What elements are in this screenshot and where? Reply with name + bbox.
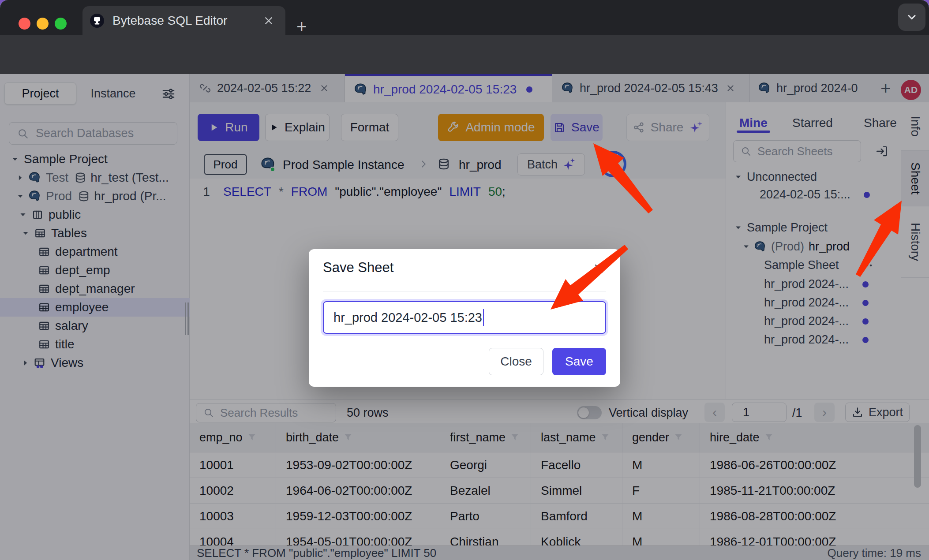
new-browser-tab-button[interactable]: +	[296, 17, 307, 37]
text-cursor	[483, 309, 484, 326]
tab-search-button[interactable]	[898, 4, 925, 31]
minimize-window-button[interactable]	[37, 18, 49, 30]
save-sheet-dialog: Save Sheet hr_prod 2024-02-05 15:23 Clos…	[309, 249, 620, 387]
browser-tab[interactable]: Bytebase SQL Editor	[82, 6, 285, 35]
close-window-button[interactable]	[19, 18, 30, 30]
browser-window: Bytebase SQL Editor + localhost:8080/sql…	[0, 0, 929, 560]
sheet-name-input[interactable]: hr_prod 2024-02-05 15:23	[323, 301, 606, 334]
dialog-divider	[323, 291, 606, 291]
close-icon[interactable]	[593, 262, 605, 275]
close-button[interactable]: Close	[489, 348, 543, 375]
browser-tab-strip: Bytebase SQL Editor +	[0, 0, 929, 35]
close-tab-icon[interactable]	[263, 15, 274, 26]
dialog-title: Save Sheet	[323, 260, 393, 276]
browser-tab-title: Bytebase SQL Editor	[112, 14, 263, 28]
browser-toolbar: localhost:8080/sql-editor/prod-sample-in…	[0, 35, 929, 74]
maximize-window-button[interactable]	[55, 18, 67, 30]
save-confirm-button[interactable]: Save	[552, 348, 606, 375]
chevron-down-icon	[906, 11, 918, 23]
bytebase-favicon	[90, 13, 105, 28]
screenshot-stage: Bytebase SQL Editor + localhost:8080/sql…	[0, 0, 929, 560]
